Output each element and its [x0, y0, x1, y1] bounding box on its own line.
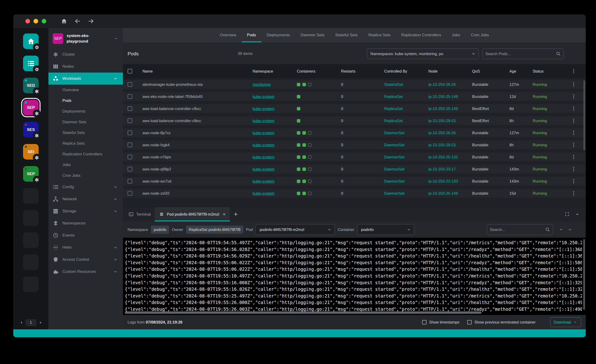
- sidebar-item-nodes[interactable]: Nodes: [48, 60, 123, 73]
- row-checkbox[interactable]: [127, 106, 132, 111]
- pod-node[interactable]: ip-10-250-29-53.: [428, 119, 472, 123]
- logs-vertical-scrollbar[interactable]: [583, 239, 585, 310]
- pod-node[interactable]: ip-10-250-25-149: [428, 107, 472, 111]
- row-checkbox[interactable]: [127, 155, 132, 159]
- pod-namespace-link[interactable]: kube-system: [253, 191, 297, 196]
- row-menu-button[interactable]: [572, 106, 575, 112]
- logs-search-input[interactable]: [490, 227, 545, 232]
- rail-cluster-sep-4[interactable]: SEP: [23, 166, 39, 182]
- rail-cluster-ses-2[interactable]: SES: [23, 122, 39, 138]
- sidebar-item-network[interactable]: Network: [48, 193, 123, 205]
- sidebar-subitem-deployments[interactable]: Deployments: [48, 106, 123, 117]
- pod-namespace-link[interactable]: kube-system: [253, 107, 297, 111]
- chevron-up-icon[interactable]: [559, 227, 563, 232]
- chevron-down-icon[interactable]: [568, 227, 572, 232]
- tab-daemon-sets[interactable]: Daemon Sets: [295, 28, 330, 42]
- row-menu-button[interactable]: [572, 130, 575, 136]
- rail-cluster-sep-1[interactable]: SEP: [23, 100, 39, 115]
- pod-node[interactable]: ip-10-250-25-149: [428, 191, 472, 196]
- sidebar-item-helm[interactable]: HELMHelm: [48, 241, 123, 254]
- dock-tab-terminal[interactable]: Terminal: [124, 207, 155, 221]
- row-menu-button[interactable]: [572, 178, 575, 184]
- dock-tab-pod-logs[interactable]: Pod podinfo-6f4579f7f9-m2mzl×: [155, 207, 230, 221]
- tab-replica-sets[interactable]: Replica Sets: [363, 28, 396, 42]
- logs-horizontal-scrollbar[interactable]: [125, 312, 481, 314]
- row-checkbox[interactable]: [127, 143, 132, 147]
- pod-namespace-link[interactable]: kube-system: [253, 143, 297, 147]
- pod-node[interactable]: ip-10-250-25-149: [428, 95, 472, 99]
- row-menu-button[interactable]: [572, 94, 575, 100]
- pod-node[interactable]: ip-10-250-28-26.: [428, 131, 472, 135]
- pod-controlled-by[interactable]: DaemonSet: [384, 179, 428, 183]
- pod-node[interactable]: ip-10-250-28-26.: [428, 82, 472, 87]
- pod-controlled-by[interactable]: ReplicaSet: [384, 107, 428, 111]
- rail-cluster-sed-0[interactable]: SED: [23, 78, 39, 93]
- pod-node[interactable]: ip-10-250-23-17.: [428, 167, 472, 171]
- table-row[interactable]: aws-eks-node-role-label-7f59dcb45kube-sy…: [123, 92, 586, 101]
- tab-pods[interactable]: Pods: [242, 28, 261, 42]
- collapse-dock-icon[interactable]: [575, 212, 580, 217]
- table-row[interactable]: aws-node-zs5f2kube-system0DaemonSetip-10…: [123, 189, 586, 198]
- sidebar-subitem-overview[interactable]: Overview: [48, 85, 123, 95]
- back-icon[interactable]: [74, 18, 81, 24]
- home-icon[interactable]: [61, 18, 67, 24]
- sidebar-item-workloads[interactable]: Workloads: [48, 73, 123, 85]
- column-header-qos[interactable]: QoS: [472, 69, 509, 73]
- tab-deployments[interactable]: Deployments: [261, 28, 295, 42]
- column-header-status[interactable]: Status: [533, 69, 567, 73]
- pods-search-input[interactable]: [485, 52, 556, 56]
- pod-node[interactable]: ip-10-250-29-53.: [428, 143, 472, 147]
- forward-icon[interactable]: [88, 18, 94, 24]
- pod-node[interactable]: ip-10-250-22-133: [428, 179, 472, 183]
- table-scrollbar[interactable]: [583, 80, 585, 150]
- row-checkbox[interactable]: [127, 94, 132, 99]
- pod-select[interactable]: podinfo-6f4579f7f9-m2mzl: [256, 224, 335, 235]
- column-header-restarts[interactable]: Restarts: [341, 69, 384, 73]
- sidebar-subitem-replication-controllers[interactable]: Replication Controllers: [48, 149, 123, 160]
- pod-namespace-link[interactable]: kube-system: [253, 95, 297, 99]
- sidebar-subitem-daemon-sets[interactable]: Daemon Sets: [48, 117, 123, 127]
- table-row[interactable]: aws-node-8p7xzkube-system0DaemonSetip-10…: [123, 128, 586, 137]
- row-checkbox[interactable]: [127, 131, 132, 135]
- log-output[interactable]: {"level":"debug","ts":"2024-08-07T19:54:…: [123, 238, 586, 315]
- pod-node[interactable]: ip-10-250-25-132: [428, 155, 472, 159]
- table-settings-button[interactable]: [572, 68, 575, 74]
- table-row[interactable]: aws-node-n7bpnkube-system0DaemonSetip-10…: [123, 153, 586, 161]
- sidebar-subitem-jobs[interactable]: Jobs: [48, 160, 123, 170]
- fullscreen-icon[interactable]: [565, 212, 569, 217]
- column-header-age[interactable]: Age: [509, 69, 533, 73]
- tab-overview[interactable]: Overview: [214, 28, 242, 42]
- tab-cron-jobs[interactable]: Cron Jobs: [466, 28, 494, 42]
- table-row[interactable]: aws-node-fzgk4kube-system0DaemonSetip-10…: [123, 140, 586, 149]
- row-menu-button[interactable]: [572, 142, 575, 148]
- show-previous-toggle[interactable]: Show previous terminated container: [467, 320, 536, 324]
- sidebar-subitem-replica-sets[interactable]: Replica Sets: [48, 138, 123, 149]
- column-header-node[interactable]: Node: [428, 69, 472, 73]
- row-menu-button[interactable]: [572, 190, 575, 196]
- column-header-containers[interactable]: Containers: [297, 69, 341, 73]
- show-timestamps-checkbox[interactable]: [422, 320, 426, 324]
- table-row[interactable]: aws-load-balancer-controller-cfbcckube-s…: [123, 104, 586, 113]
- page-next-icon[interactable]: [39, 321, 42, 324]
- namespace-filter-select[interactable]: Namespaces: kube-system, monitoring, po: [367, 48, 479, 59]
- pod-namespace-link[interactable]: kube-system: [253, 167, 297, 171]
- row-menu-button[interactable]: [572, 154, 575, 160]
- pod-controlled-by[interactable]: DaemonSet: [384, 191, 428, 196]
- column-header-controlled-by[interactable]: Controlled By: [384, 69, 428, 73]
- show-previous-checkbox[interactable]: [467, 320, 472, 324]
- rail-catalog-button[interactable]: [23, 56, 39, 71]
- table-row[interactable]: aws-load-balancer-controller-cfbcckube-s…: [123, 116, 586, 125]
- pod-namespace-link[interactable]: monitoring: [253, 82, 297, 87]
- minimize-window-button[interactable]: [34, 19, 38, 23]
- tab-stateful-sets[interactable]: Stateful Sets: [330, 28, 363, 42]
- pod-controlled-by[interactable]: DaemonSet: [384, 167, 428, 171]
- new-tab-button[interactable]: +: [230, 207, 242, 221]
- cluster-switcher[interactable]: SEP system-eks- playground: [48, 28, 123, 48]
- pod-controlled-by[interactable]: DaemonSet: [384, 155, 428, 159]
- row-menu-button[interactable]: [572, 166, 575, 172]
- column-header-namespace[interactable]: Namespace: [253, 69, 297, 73]
- pod-namespace-link[interactable]: kube-system: [253, 131, 297, 135]
- sidebar-item-custom-resources[interactable]: Custom Resources: [48, 266, 123, 278]
- pod-namespace-link[interactable]: kube-system: [253, 119, 297, 123]
- select-all-checkbox[interactable]: [127, 69, 132, 73]
